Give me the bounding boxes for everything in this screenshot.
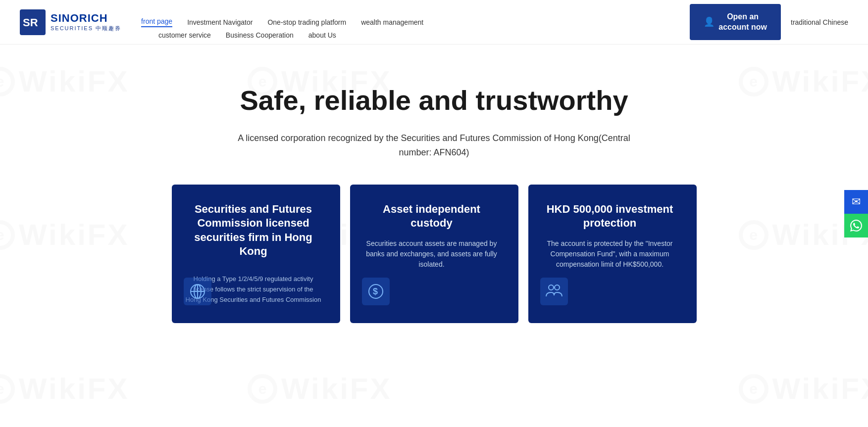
svg-text:SR: SR bbox=[23, 16, 38, 29]
card-3-subtitle: The account is protected by the "Investo… bbox=[542, 238, 683, 270]
logo-text: SINORICH SECURITIES 中顺趣券 bbox=[51, 12, 121, 32]
cards-row: Securities and Futures Commission licens… bbox=[137, 185, 731, 323]
account-icon: 👤 bbox=[704, 16, 715, 28]
logo[interactable]: SR SINORICH SECURITIES 中顺趣券 bbox=[20, 9, 121, 35]
navbar: SR SINORICH SECURITIES 中顺趣券 front page I… bbox=[0, 0, 868, 45]
svg-point-9 bbox=[555, 285, 560, 290]
open-account-button[interactable]: 👤 Open anaccount now bbox=[690, 4, 781, 41]
watermark-8: eWikiFX bbox=[248, 372, 392, 406]
watermark-9: eWikiFX bbox=[739, 372, 868, 406]
logo-icon: SR bbox=[20, 9, 46, 35]
nav-link-front-page[interactable]: front page bbox=[141, 17, 172, 27]
card-3-title: HKD 500,000 investment protection bbox=[542, 202, 683, 231]
card-custody: Asset independent custody Securities acc… bbox=[350, 185, 518, 323]
card-2-icon-wrap: $ bbox=[362, 278, 390, 305]
svg-text:$: $ bbox=[373, 286, 378, 296]
whatsapp-side-button[interactable] bbox=[844, 214, 868, 237]
hero-content: Safe, reliable and trustworthy A license… bbox=[20, 84, 848, 323]
nav-link-investment-navigator[interactable]: Investment Navigator bbox=[187, 18, 253, 26]
card-2-subtitle: Securities account assets are managed by… bbox=[364, 238, 505, 270]
card-1-icon-wrap bbox=[184, 278, 211, 305]
side-buttons: ✉ bbox=[844, 190, 868, 237]
card-2-title: Asset independent custody bbox=[364, 202, 505, 231]
whatsapp-icon bbox=[850, 220, 862, 232]
card-3-icon-wrap bbox=[540, 278, 568, 305]
email-side-button[interactable]: ✉ bbox=[844, 190, 868, 214]
nav-bottom-links: customer service Business Cooperation ab… bbox=[158, 31, 336, 39]
nav-link-customer-service[interactable]: customer service bbox=[158, 31, 211, 39]
logo-sub: SECURITIES 中顺趣券 bbox=[51, 25, 121, 32]
globe-icon bbox=[189, 283, 206, 300]
nav-right: 👤 Open anaccount now traditional Chinese bbox=[690, 4, 848, 41]
dollar-icon: $ bbox=[367, 283, 385, 300]
email-icon: ✉ bbox=[852, 195, 861, 208]
nav-link-business-cooperation[interactable]: Business Cooperation bbox=[226, 31, 294, 39]
svg-point-8 bbox=[549, 285, 554, 290]
open-account-label: Open anaccount now bbox=[718, 12, 767, 33]
card-securities: Securities and Futures Commission licens… bbox=[172, 185, 340, 323]
watermark-7: eWikiFX bbox=[0, 372, 129, 406]
card-protection: HKD 500,000 investment protection The ac… bbox=[528, 185, 697, 323]
hero-section: eWikiFX eWikiFX eWikiFX eWikiFX eWikiFX … bbox=[0, 45, 868, 416]
nav-link-about-us[interactable]: about Us bbox=[308, 31, 336, 39]
card-1-title: Securities and Futures Commission licens… bbox=[186, 202, 326, 259]
lang-switch[interactable]: traditional Chinese bbox=[791, 18, 848, 26]
nav-link-trading-platform[interactable]: One-stop trading platform bbox=[267, 18, 346, 26]
hero-subtitle: A licensed corporation recognized by the… bbox=[236, 131, 632, 160]
logo-main: SINORICH bbox=[51, 12, 121, 25]
people-icon bbox=[545, 283, 563, 300]
nav-link-wealth-management[interactable]: wealth management bbox=[361, 18, 423, 26]
hero-title: Safe, reliable and trustworthy bbox=[20, 84, 848, 116]
